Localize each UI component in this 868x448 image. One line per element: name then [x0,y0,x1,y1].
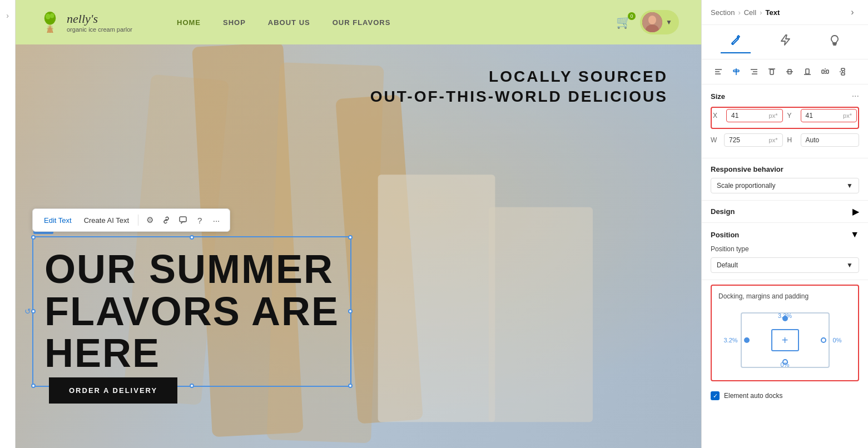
size-section-header: Size ··· [711,91,859,101]
position-arrow-icon: ▼ [850,230,859,240]
svg-rect-30 [770,69,773,74]
website-preview: nelly's organic ice cream parlor HOME SH… [16,0,701,448]
align-center-v-button[interactable] [782,64,797,79]
align-center-h-button[interactable] [728,64,744,79]
position-type-dropdown[interactable]: Default ▼ [711,257,859,273]
docking-outer-box: 3.3% 3.2% 0% 0% + [741,312,830,368]
site-logo: nelly's organic ice cream parlor [38,10,132,34]
handle-bottom-left[interactable] [31,384,36,388]
h-input[interactable]: Auto [801,133,860,147]
auto-docks-row: ✓ Element auto docks [702,386,868,406]
align-left-button[interactable] [711,64,726,79]
panel-tabs [702,25,868,59]
more-options-button[interactable]: ··· [209,212,224,228]
chevron-down-icon-2: ▼ [846,261,853,269]
xy-input-row: X 41 px* Y 41 px* [713,109,857,122]
dock-dot-right[interactable] [821,337,826,343]
edit-text-button[interactable]: Edit Text [38,214,77,227]
nav-shop[interactable]: SHOP [223,18,246,27]
hero-top-text: LOCALLY SOURCED OUT-OF-THIS-WORLD DELICI… [370,67,668,107]
comment-icon-button[interactable] [175,212,191,228]
create-ai-text-button[interactable]: Create AI Text [78,214,135,227]
svg-rect-18 [489,207,593,422]
auto-docks-label: Element auto docks [724,392,782,400]
toolbar-divider-1 [138,215,138,226]
svg-rect-17 [378,175,495,422]
handle-top-right[interactable] [348,235,353,240]
x-input[interactable]: 41 px* [726,109,783,122]
design-title: Design [711,207,735,216]
tab-lightning[interactable] [770,31,800,53]
position-section: Position ▼ Position type Default ▼ [702,223,868,280]
cart-badge: 0 [628,12,636,20]
x-label: X [713,112,722,120]
hero-main-text-element[interactable]: Text ↺ OUR SUMMERFLAVORS AREHERE [32,236,351,387]
distribute-h-button[interactable] [817,64,833,79]
svg-rect-34 [806,69,809,74]
handle-top-mid[interactable] [190,235,194,240]
help-icon-button[interactable]: ? [192,212,207,228]
breadcrumb-section[interactable]: Section [711,8,735,17]
responsive-dropdown[interactable]: Scale proportionally ▼ [711,178,859,193]
align-right-button[interactable] [746,64,762,79]
auto-docks-checkbox[interactable]: ✓ [711,391,720,400]
design-arrow-icon: ▶ [852,206,859,217]
xy-inputs-container: X 41 px* Y 41 px* [711,107,859,129]
y-label: Y [787,112,796,120]
position-type-label: Position type [711,245,859,253]
logo-text: nelly's organic ice cream parlor [67,12,132,33]
svg-point-2 [50,13,54,18]
y-input[interactable]: 41 px* [801,109,857,122]
breadcrumb-cell[interactable]: Cell [744,8,756,17]
responsive-section: Responsive behavior Scale proportionally… [702,158,868,201]
nav-about[interactable]: ABOUT US [268,18,310,27]
size-more-button[interactable]: ··· [852,91,859,101]
distribute-v-button[interactable] [835,64,851,79]
svg-rect-39 [841,68,845,71]
settings-icon-button[interactable]: ⚙ [142,212,157,228]
design-section[interactable]: Design ▶ [702,201,868,223]
w-unit: px* [769,137,778,143]
avatar-image [642,12,662,32]
svg-rect-40 [841,73,845,75]
breadcrumb-sep-2: › [760,8,762,17]
tab-lightbulb[interactable] [820,31,850,53]
docking-title: Docking, margins and padding [718,292,851,300]
svg-point-1 [46,14,51,19]
w-input[interactable]: 725 px* [724,133,783,147]
chevron-left-icon: › [6,11,9,20]
user-menu-button[interactable]: ▼ [640,10,679,34]
svg-rect-37 [826,70,829,73]
nav-flavors[interactable]: OUR FLAVORS [333,18,391,27]
logo-tagline: organic ice cream parlor [67,26,132,33]
nav-home[interactable]: HOME [177,18,201,27]
breadcrumb-text: Text [765,8,780,17]
alignment-row [702,59,868,84]
handle-bottom-mid[interactable] [190,384,194,388]
align-bottom-button[interactable] [800,64,815,79]
align-top-button[interactable] [764,64,780,79]
link-icon-button[interactable] [158,212,174,228]
dock-bottom-value: 0% [781,361,790,368]
responsive-value: Scale proportionally [717,182,775,190]
dock-dot-left[interactable] [744,337,750,343]
docking-diagram: 3.3% 3.2% 0% 0% + [724,307,846,374]
tab-paint[interactable] [721,31,751,53]
docking-section: Docking, margins and padding 3.3% 3.2% 0… [711,285,859,381]
cart-container: 🛒 0 [616,15,631,29]
panel-collapse-button[interactable]: › [846,6,859,19]
user-avatar [642,12,662,32]
left-panel-toggle[interactable]: › [0,0,16,448]
dock-left-value: 3.2% [724,337,738,344]
nav-links: HOME SHOP ABOUT US OUR FLAVORS [177,18,616,27]
handle-bottom-right[interactable] [348,384,353,388]
order-delivery-button[interactable]: ORDER A DELIVERY [49,377,177,404]
docking-inner-box[interactable]: + [771,329,799,351]
handle-mid-left[interactable] [31,309,36,313]
x-value: 41 [731,112,768,120]
handle-top-left[interactable] [31,235,36,240]
position-section-header: Position ▼ [711,230,859,240]
wh-input-row: W 725 px* H Auto [711,133,859,147]
responsive-title: Responsive behavior [711,165,859,173]
svg-point-9 [648,16,656,24]
